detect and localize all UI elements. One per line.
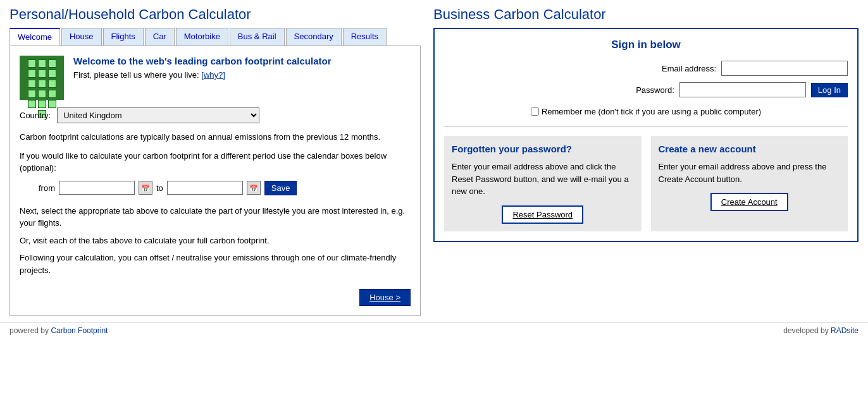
content-box: Welcome to the web's leading carbon foot… [9, 46, 421, 316]
create-account-panel: Create a new account Enter your email ad… [651, 136, 848, 231]
tab-house[interactable]: House [61, 28, 102, 46]
footer-right: developed by RADsite [783, 326, 859, 335]
from-date-input[interactable] [59, 181, 135, 195]
business-box: Sign in below Email address: Password: L… [433, 28, 859, 242]
email-input[interactable] [721, 61, 848, 76]
signin-form: Email address: Password: Log In [444, 61, 848, 97]
welcome-intro: First, please tell us where you live: [w… [73, 70, 332, 80]
tab-secondary[interactable]: Secondary [286, 28, 342, 46]
save-button[interactable]: Save [264, 181, 297, 195]
info1: Next, select the appropriate tab above t… [20, 205, 411, 229]
radsite-link[interactable]: RADsite [831, 326, 859, 335]
left-panel: Personal/Household Carbon Calculator Wel… [9, 6, 421, 316]
divider [444, 126, 848, 126]
password-input[interactable] [679, 82, 806, 97]
create-title: Create a new account [659, 144, 841, 154]
password-row: Password: Log In [444, 82, 848, 97]
email-label: Email address: [662, 64, 716, 73]
desc2: If you would like to calculate your carb… [20, 150, 411, 174]
tab-welcome[interactable]: Welcome [9, 28, 60, 46]
page-title-right: Business Carbon Calculator [433, 6, 859, 23]
date-row: from 📅 to 📅 Save [39, 181, 411, 195]
reset-password-button[interactable]: Reset Password [502, 205, 583, 224]
welcome-text: Welcome to the web's leading carbon foot… [73, 56, 332, 80]
forgotten-text: Enter your email address above and click… [452, 161, 634, 198]
to-calendar-icon[interactable]: 📅 [247, 181, 261, 195]
tab-bar: Welcome House Flights Car Motorbike Bus … [9, 28, 421, 46]
tab-motorbike[interactable]: Motorbike [176, 28, 228, 46]
page-title-left: Personal/Household Carbon Calculator [9, 6, 421, 23]
tab-bus-rail[interactable]: Bus & Rail [230, 28, 285, 46]
info3: Following your calculation, you can offs… [20, 252, 411, 276]
forgotten-panel: Forgotten your password? Enter your emai… [444, 136, 642, 231]
house-btn-row: House > [20, 289, 411, 306]
calculator-icon [20, 56, 64, 100]
welcome-header: Welcome to the web's leading carbon foot… [20, 56, 411, 100]
info2: Or, visit each of the tabs above to calc… [20, 235, 411, 247]
country-label: Country: [20, 111, 51, 120]
footer: powered by Carbon Footprint developed by… [0, 322, 868, 338]
powered-by-text: powered by [9, 326, 49, 335]
country-select[interactable]: United Kingdom United States Australia C… [57, 107, 259, 123]
to-date-input[interactable] [167, 181, 243, 195]
password-label: Password: [636, 85, 674, 95]
forgotten-title: Forgotten your password? [452, 144, 634, 154]
desc1: Carbon footprint calculations are typica… [20, 131, 411, 144]
from-calendar-icon[interactable]: 📅 [139, 181, 152, 195]
login-button[interactable]: Log In [811, 83, 848, 97]
footer-left: powered by Carbon Footprint [9, 326, 108, 335]
why-link[interactable]: [why?] [201, 70, 225, 80]
create-text: Enter your email address above and press… [659, 161, 841, 185]
right-panel: Business Carbon Calculator Sign in below… [433, 6, 859, 316]
to-label: to [156, 183, 163, 193]
carbon-footprint-link[interactable]: Carbon Footprint [51, 326, 108, 335]
tab-results[interactable]: Results [343, 28, 387, 46]
welcome-heading: Welcome to the web's leading carbon foot… [73, 56, 332, 66]
tab-car[interactable]: Car [145, 28, 175, 46]
signin-title: Sign in below [444, 39, 848, 51]
email-row: Email address: [444, 61, 848, 76]
tab-flights[interactable]: Flights [103, 28, 144, 46]
remember-checkbox[interactable] [531, 107, 539, 116]
country-row: Country: United Kingdom United States Au… [20, 107, 411, 123]
remember-row: Remember me (don't tick if you are using… [444, 107, 848, 116]
two-col: Forgotten your password? Enter your emai… [444, 136, 848, 231]
from-label: from [39, 183, 55, 193]
house-next-button[interactable]: House > [359, 289, 411, 306]
remember-text: Remember me (don't tick if you are using… [542, 107, 761, 116]
create-account-button[interactable]: Create Account [710, 193, 788, 211]
developed-by-text: developed by [783, 326, 828, 335]
